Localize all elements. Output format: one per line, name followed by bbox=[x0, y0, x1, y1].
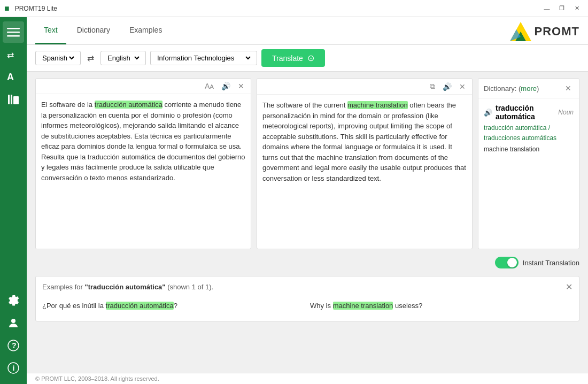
dict-audio-icon[interactable]: 🔊 bbox=[484, 109, 492, 117]
svg-rect-6 bbox=[11, 95, 12, 104]
panels-row: AA 🔊 ✕ El software de la traducción auto… bbox=[35, 78, 579, 249]
target-lang-select[interactable]: English Spanish French German bbox=[105, 53, 141, 63]
instant-translation-label: Instant Translation bbox=[523, 259, 579, 267]
target-highlight: machine translation bbox=[347, 101, 408, 109]
dict-form-link-1[interactable]: traducción automática bbox=[484, 124, 546, 132]
dict-pos: Noun bbox=[558, 109, 574, 116]
promt-logo: PROMT bbox=[510, 22, 579, 41]
svg-rect-0 bbox=[7, 28, 20, 29]
example-source-highlight: traducción automática bbox=[106, 302, 174, 310]
promt-logo-icon bbox=[510, 22, 531, 41]
window-controls: — ❐ ✕ bbox=[540, 3, 584, 14]
example-target: Why is machine translation useless? bbox=[310, 301, 572, 311]
translate-button[interactable]: Translate ⊙ bbox=[261, 49, 325, 67]
font-size-button[interactable]: AA bbox=[203, 81, 216, 91]
target-panel-toolbar: ⧉ 🔊 ✕ bbox=[257, 79, 472, 95]
svg-rect-2 bbox=[7, 35, 20, 37]
target-lang-selector[interactable]: English Spanish French German bbox=[100, 51, 146, 65]
sidebar-item-user[interactable] bbox=[3, 312, 24, 334]
svg-text:A: A bbox=[7, 72, 14, 82]
tab-examples[interactable]: Examples bbox=[121, 17, 171, 44]
toolbar: Spanish English French German ⇄ English … bbox=[27, 45, 588, 72]
examples-pre: Examples for bbox=[42, 283, 84, 291]
svg-point-8 bbox=[11, 319, 16, 323]
app-icon: ■ bbox=[4, 4, 10, 13]
topbar: Text Dictionary Examples PROMT bbox=[27, 17, 588, 45]
target-text: The software of the current machine tran… bbox=[257, 95, 472, 249]
svg-text:?: ? bbox=[12, 341, 17, 350]
close-button[interactable]: ✕ bbox=[570, 3, 584, 14]
sidebar-item-translate[interactable]: ⇄ bbox=[3, 44, 24, 65]
source-panel-toolbar: AA 🔊 ✕ bbox=[36, 79, 251, 94]
domain-select[interactable]: Information Technologies General Busines… bbox=[155, 53, 252, 63]
dict-header-text: Dictionary: (more) bbox=[484, 85, 539, 93]
swap-languages-button[interactable]: ⇄ bbox=[85, 51, 96, 65]
examples-term: "traducción automática" bbox=[84, 283, 165, 291]
example-target-highlight: machine translation bbox=[333, 302, 393, 310]
sidebar-item-library[interactable] bbox=[3, 89, 24, 110]
dict-header: Dictionary: (more) ✕ bbox=[478, 79, 579, 98]
tab-dictionary[interactable]: Dictionary bbox=[68, 17, 119, 44]
target-panel: ⧉ 🔊 ✕ The software of the current machin… bbox=[257, 78, 473, 249]
source-lang-select[interactable]: Spanish English French German bbox=[40, 53, 76, 63]
restore-button[interactable]: ❐ bbox=[555, 3, 569, 14]
dict-close-button[interactable]: ✕ bbox=[563, 83, 574, 94]
dict-term: traducción automática bbox=[496, 104, 556, 121]
dict-form-link-2[interactable]: traducciones automáticas bbox=[484, 134, 556, 142]
examples-post: (shown 1 of 1). bbox=[166, 283, 214, 291]
example-row: ¿Por qué es inútil la traducción automát… bbox=[42, 296, 572, 316]
source-panel: AA 🔊 ✕ El software de la traducción auto… bbox=[35, 78, 251, 249]
svg-text:i: i bbox=[13, 364, 15, 372]
source-audio-button[interactable]: 🔊 bbox=[219, 81, 233, 91]
tab-text[interactable]: Text bbox=[35, 17, 66, 44]
examples-section: Examples for "traducción automática" (sh… bbox=[35, 276, 579, 321]
sidebar-item-info[interactable]: i bbox=[3, 357, 24, 379]
dictionary-panel: Dictionary: (more) ✕ 🔊 traducción automá… bbox=[478, 78, 579, 249]
examples-header: Examples for "traducción automática" (sh… bbox=[42, 282, 572, 292]
minimize-button[interactable]: — bbox=[540, 3, 554, 14]
content-area: Text Dictionary Examples PROMT bbox=[27, 17, 588, 384]
svg-rect-5 bbox=[8, 95, 10, 104]
target-close-button[interactable]: ✕ bbox=[457, 81, 468, 92]
app-title: PROMT19 Lite bbox=[15, 5, 57, 12]
svg-rect-1 bbox=[7, 32, 20, 33]
sidebar-item-help[interactable]: ? bbox=[3, 335, 24, 356]
sidebar: ⇄ A ? i bbox=[0, 17, 27, 384]
logo-area: PROMT bbox=[510, 22, 579, 44]
statusbar: © PROMT LLC, 2003–2018. All rights reser… bbox=[27, 373, 588, 384]
sidebar-item-settings[interactable] bbox=[3, 290, 24, 311]
dict-forms: traducción automática / traducciones aut… bbox=[484, 123, 574, 143]
dict-translation: machine translation bbox=[484, 145, 574, 153]
sidebar-item-font[interactable]: A bbox=[3, 66, 24, 88]
source-close-button[interactable]: ✕ bbox=[236, 81, 246, 91]
source-highlight: traducción automática bbox=[95, 101, 163, 109]
dict-more-link[interactable]: more bbox=[521, 85, 537, 93]
dict-audio-row: 🔊 traducción automática Noun bbox=[484, 104, 574, 121]
statusbar-text: © PROMT LLC, 2003–2018. All rights reser… bbox=[35, 375, 159, 382]
toggle-row: Instant Translation bbox=[35, 255, 579, 271]
source-text[interactable]: El software de la traducción automática … bbox=[36, 94, 251, 249]
sidebar-bottom: ? i bbox=[3, 290, 24, 384]
instant-translation-toggle[interactable] bbox=[495, 257, 519, 268]
examples-close-button[interactable]: ✕ bbox=[566, 282, 572, 292]
titlebar: ■ PROMT19 Lite — ❐ ✕ bbox=[0, 0, 588, 17]
sidebar-item-menu[interactable] bbox=[3, 21, 24, 43]
dict-content: 🔊 traducción automática Noun traducción … bbox=[478, 98, 579, 158]
svg-rect-7 bbox=[13, 96, 19, 104]
example-source: ¿Por qué es inútil la traducción automát… bbox=[42, 301, 305, 311]
domain-selector[interactable]: Information Technologies General Busines… bbox=[150, 51, 257, 65]
source-lang-selector[interactable]: Spanish English French German bbox=[35, 51, 81, 65]
svg-text:⇄: ⇄ bbox=[7, 50, 14, 59]
logo-text: PROMT bbox=[535, 25, 579, 39]
translation-area: AA 🔊 ✕ El software de la traducción auto… bbox=[27, 72, 588, 373]
main-layout: ⇄ A ? i Text bbox=[0, 17, 588, 384]
target-copy-button[interactable]: ⧉ bbox=[428, 81, 437, 92]
translate-icon: ⊙ bbox=[307, 53, 314, 63]
target-audio-button[interactable]: 🔊 bbox=[440, 81, 454, 92]
examples-title: Examples for "traducción automática" (sh… bbox=[42, 283, 213, 291]
